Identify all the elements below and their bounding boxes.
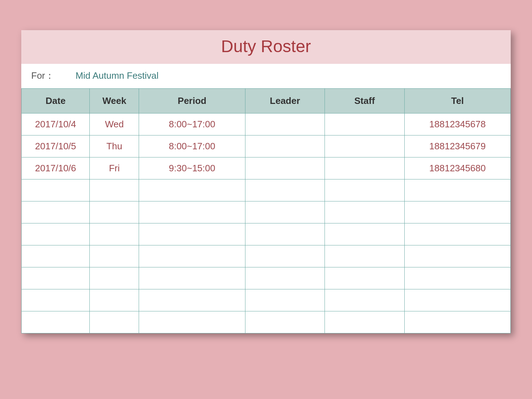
col-period: Period	[139, 89, 245, 113]
for-row: For： Mid Autumn Festival	[21, 64, 511, 88]
cell-tel[interactable]	[404, 289, 510, 311]
cell-week[interactable]	[90, 179, 139, 201]
col-week: Week	[90, 89, 139, 113]
cell-date[interactable]	[22, 201, 90, 223]
cell-date[interactable]	[22, 267, 90, 289]
cell-date[interactable]	[22, 223, 90, 245]
cell-leader[interactable]	[245, 157, 325, 179]
cell-date[interactable]	[22, 311, 90, 333]
cell-period[interactable]	[139, 245, 245, 267]
cell-staff[interactable]	[325, 179, 404, 201]
cell-period[interactable]: 8:00~17:00	[139, 113, 245, 135]
cell-tel[interactable]	[404, 201, 510, 223]
cell-leader[interactable]	[245, 179, 325, 201]
cell-staff[interactable]	[325, 245, 404, 267]
cell-period[interactable]	[139, 179, 245, 201]
table-row	[22, 311, 511, 333]
cell-tel[interactable]	[404, 223, 510, 245]
cell-staff[interactable]	[325, 135, 404, 157]
for-value[interactable]: Mid Autumn Festival	[76, 70, 159, 81]
cell-date[interactable]	[22, 245, 90, 267]
cell-period[interactable]	[139, 289, 245, 311]
cell-tel[interactable]	[404, 311, 510, 333]
roster-table: Date Week Period Leader Staff Tel 2017/1…	[21, 88, 511, 333]
cell-period[interactable]: 8:00~17:00	[139, 135, 245, 157]
table-row	[22, 245, 511, 267]
cell-period[interactable]	[139, 223, 245, 245]
cell-week[interactable]	[90, 245, 139, 267]
cell-week[interactable]: Fri	[90, 157, 139, 179]
cell-staff[interactable]	[325, 157, 404, 179]
cell-week[interactable]	[90, 223, 139, 245]
page-title: Duty Roster	[21, 37, 511, 56]
cell-date[interactable]: 2017/10/5	[22, 135, 90, 157]
cell-week[interactable]	[90, 267, 139, 289]
cell-date[interactable]	[22, 289, 90, 311]
cell-tel[interactable]: 18812345678	[404, 113, 510, 135]
col-leader: Leader	[245, 89, 325, 113]
cell-date[interactable]: 2017/10/4	[22, 113, 90, 135]
table-row	[22, 267, 511, 289]
cell-leader[interactable]	[245, 289, 325, 311]
cell-week[interactable]: Thu	[90, 135, 139, 157]
cell-period[interactable]	[139, 267, 245, 289]
table-row: 2017/10/4Wed8:00~17:0018812345678	[22, 113, 511, 135]
cell-week[interactable]: Wed	[90, 113, 139, 135]
cell-date[interactable]: 2017/10/6	[22, 157, 90, 179]
col-date: Date	[22, 89, 90, 113]
cell-period[interactable]	[139, 311, 245, 333]
cell-leader[interactable]	[245, 267, 325, 289]
cell-staff[interactable]	[325, 223, 404, 245]
cell-date[interactable]	[22, 179, 90, 201]
col-tel: Tel	[404, 89, 510, 113]
cell-tel[interactable]	[404, 179, 510, 201]
table-header-row: Date Week Period Leader Staff Tel	[22, 89, 511, 113]
table-row	[22, 179, 511, 201]
cell-leader[interactable]	[245, 113, 325, 135]
cell-staff[interactable]	[325, 201, 404, 223]
cell-week[interactable]	[90, 289, 139, 311]
cell-leader[interactable]	[245, 245, 325, 267]
table-row	[22, 201, 511, 223]
cell-period[interactable]: 9:30~15:00	[139, 157, 245, 179]
roster-sheet: Duty Roster For： Mid Autumn Festival Dat…	[21, 30, 511, 333]
col-staff: Staff	[325, 89, 404, 113]
table-row: 2017/10/6Fri9:30~15:0018812345680	[22, 157, 511, 179]
table-row: 2017/10/5Thu8:00~17:0018812345679	[22, 135, 511, 157]
cell-tel[interactable]	[404, 245, 510, 267]
table-row	[22, 289, 511, 311]
cell-leader[interactable]	[245, 311, 325, 333]
cell-staff[interactable]	[325, 113, 404, 135]
cell-leader[interactable]	[245, 201, 325, 223]
cell-period[interactable]	[139, 201, 245, 223]
cell-staff[interactable]	[325, 267, 404, 289]
cell-tel[interactable]	[404, 267, 510, 289]
cell-tel[interactable]: 18812345679	[404, 135, 510, 157]
cell-staff[interactable]	[325, 311, 404, 333]
cell-week[interactable]	[90, 311, 139, 333]
cell-leader[interactable]	[245, 135, 325, 157]
cell-week[interactable]	[90, 201, 139, 223]
cell-tel[interactable]: 18812345680	[404, 157, 510, 179]
title-bar: Duty Roster	[21, 30, 511, 64]
table-row	[22, 223, 511, 245]
for-label: For：	[31, 70, 54, 82]
cell-leader[interactable]	[245, 223, 325, 245]
cell-staff[interactable]	[325, 289, 404, 311]
